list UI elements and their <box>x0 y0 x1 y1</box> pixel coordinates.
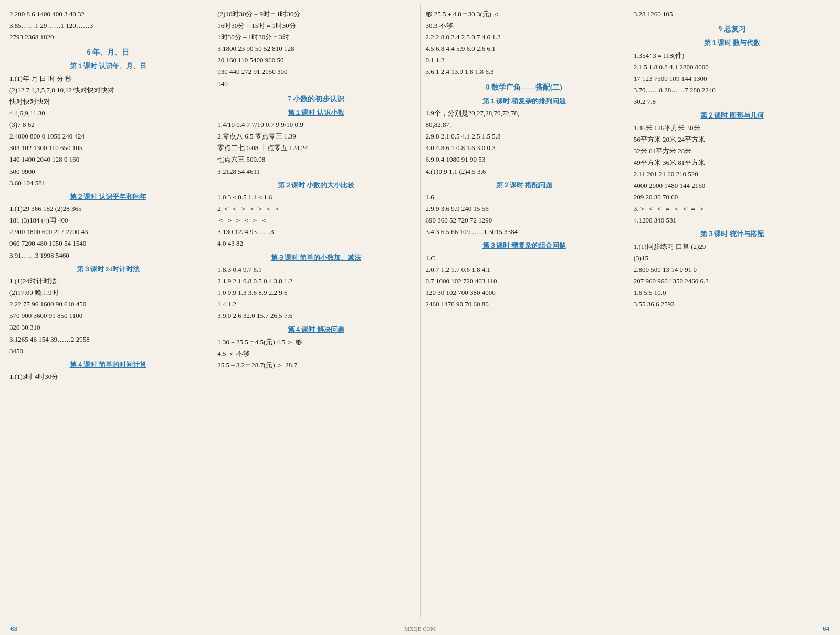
page-number-right: 64 <box>823 625 830 633</box>
content-line: ＜ ＞ ＞ ＜ ＞ ＜ <box>217 215 414 226</box>
content-line: 2.9.8 2.1 0.5 4.1 2.5 1.5 5.8 <box>426 131 623 142</box>
content-line: 2793 2368 1820 <box>9 31 206 43</box>
content-line: 3.1265 46 154 39……2 2958 <box>9 334 206 345</box>
column-4: 3.28 1260 1059 总复习第１课时 数与代数1.354÷3＝118(件… <box>628 5 836 617</box>
content-line: 3.28 1260 105 <box>634 8 831 20</box>
content-line: 3.130 1224 93……3 <box>217 226 414 238</box>
content-line: 1.(1)24时计时法 <box>9 276 206 287</box>
content-line: 500 9900 <box>9 166 206 177</box>
content-line: 1.0 9.9 1.3 3.6 8.9 2.2 9.6 <box>217 287 414 299</box>
content-line: 207 960 960 1350 2460 6.3 <box>634 276 831 287</box>
lesson-title: 第４课时 解决问题 <box>217 324 414 335</box>
content-line: 1.8.3 0.4 9.7 6.1 <box>217 264 414 276</box>
content-line: 4000 2000 1480 144 2160 <box>634 180 831 192</box>
content-line: 2.1.9 2.1 0.8 0.5 0.4 3.8 1.2 <box>217 276 414 287</box>
lesson-title: 第４课时 简单的时间计算 <box>9 359 206 370</box>
content-line: 20 160 110 5400 960 50 <box>217 55 414 66</box>
column-3: 够 25.5＋4.8＝30.3(元) ＜30.3 不够2.2.2 8.0 3.4… <box>421 5 628 617</box>
content-line: 七点六三 500.08 <box>217 154 414 165</box>
content-line: 25.5＋3.2＝28.7(元) ＞ 28.7 <box>217 359 414 371</box>
section-title: 6 年、月、日 <box>9 46 206 58</box>
content-line: 2.＜ ＜ ＞ ＞ ＞ ＜ ＜ <box>217 203 414 215</box>
lesson-title: 第３课时 24时计时法 <box>9 263 206 274</box>
content-line: 30.2 7.8 <box>634 96 831 108</box>
lesson-title: 第２课时 图形与几何 <box>634 110 831 121</box>
column-1: 2.200 8 6 1400 400 3 40 323.85……1 29……1 … <box>4 5 212 617</box>
content-line: 570 900 3600 91 850 1100 <box>9 310 206 322</box>
content-line: (3)15 <box>634 252 831 264</box>
content-line: 690 360 52 720 72 1290 <box>426 215 623 226</box>
content-line: 2.200 8 6 1400 400 3 40 32 <box>9 8 206 20</box>
content-line: 16时30分－15时＝1时30分 <box>217 20 414 31</box>
lesson-title: 第２课时 搭配问题 <box>426 179 623 190</box>
content-line: 3450 <box>9 345 206 357</box>
content-line: 4.5 ＜ 不够 <box>217 348 414 359</box>
content-line: 1.9个，分别是20,27,28,70,72,78, <box>426 108 623 119</box>
content-line: 够 25.5＋4.8＝30.3(元) ＜ <box>426 8 623 20</box>
content-line: 49平方米 36米 81平方米 <box>634 157 831 168</box>
content-line: 1.6 5.5 10.0 <box>634 287 831 299</box>
content-line: 3.70……8 28……7 288 2240 <box>634 84 831 96</box>
content-line: 2.零点八 6.5 零点零三 1.39 <box>217 131 414 142</box>
content-line: 4 4,6,9,11 30 <box>9 108 206 119</box>
content-line: 1.354÷3＝118(件) <box>634 50 831 61</box>
lesson-title: 第１课时 数与代数 <box>634 37 831 48</box>
content-line: 3.＞ ＜ ＜ ＝ ＜ ＜ ＝ ＞ <box>634 203 831 215</box>
lesson-title: 第２课时 认识平年和闰年 <box>9 191 206 202</box>
content-line: 3.55 36.6 2592 <box>634 299 831 310</box>
content-line: 1.30－25.5＝4.5(元) 4.5 ＞ 够 <box>217 336 414 348</box>
content-line: 1.(1)年 月 日 时 分 秒 <box>9 73 206 84</box>
content-line: 56平方米 20米 24平方米 <box>634 134 831 145</box>
content-line: 3.60 104 581 <box>9 177 206 189</box>
content-line: 4.1200 340 581 <box>634 215 831 226</box>
content-line: 209 20 30 70 60 <box>634 192 831 203</box>
lesson-title: 第１课时 认识年、月、日 <box>9 60 206 71</box>
page-container: 2.200 8 6 1400 400 3 40 323.85……1 29……1 … <box>0 0 840 622</box>
content-line: 303 102 1300 110 650 105 <box>9 142 206 154</box>
content-line: 3.6.1 2.4 13.9 1.8 1.8 6.3 <box>426 66 623 78</box>
content-line: 1.4 1.2 <box>217 299 414 310</box>
content-line: 181 (3)184 (4)闰 400 <box>9 215 206 226</box>
content-line: 2.9.9 3.6 9.9 240 15 56 <box>426 203 623 215</box>
content-line: 1.C <box>426 252 623 264</box>
content-line: 30.3 不够 <box>426 20 623 31</box>
content-line: 2.0.7 1.2 1.7 0.6 1.8 4.1 <box>426 264 623 276</box>
content-line: 3.1800 23 90 50 52 810 128 <box>217 43 414 55</box>
content-line: 4.0 4.8 6.1 0.8 1.6 3.0 0.3 <box>426 142 623 154</box>
content-line: 930 440 272 91 2050 300 <box>217 66 414 78</box>
lesson-title: 第１课时 认识小数 <box>217 107 414 118</box>
content-line: 4.(1)0.9 1.1 (2)4.5 3.6 <box>426 166 623 177</box>
content-line: 1.46米 126平方米 30米 <box>634 122 831 134</box>
content-line: (2)17:00 晚上9时 <box>9 287 206 299</box>
content-line: 1时30分＋1时30分＝3时 <box>217 31 414 43</box>
content-line: 0.7 1000 102 720 403 110 <box>426 276 623 287</box>
content-line: 3.91……3 1998 5460 <box>9 250 206 261</box>
content-line: 320 30 310 <box>9 322 206 333</box>
content-line: 2460 1470 90 70 60 80 <box>426 299 623 310</box>
content-line: 2.1.5 1.8 0.8 4.1 2800 8000 <box>634 61 831 73</box>
content-line: 2.2.2 8.0 3.4 2.5 0.7 4.6 1.2 <box>426 31 623 43</box>
content-line: 2.800 500 13 14 0 91 0 <box>634 264 831 276</box>
content-line: 2.900 1800 600 217 2700 43 <box>9 226 206 238</box>
content-line: 3.85……1 29……1 120……3 <box>9 20 206 31</box>
content-line: 120 30 102 700 380 4000 <box>426 287 623 299</box>
content-line: 4.0 43 82 <box>217 238 414 249</box>
content-line: 32米 64平方米 28米 <box>634 145 831 157</box>
content-line: (2)10时30分－9时＝1时30分 <box>217 8 414 20</box>
page-number-left: 63 <box>10 625 17 633</box>
content-line: 1.4/10 0.4 7 7/10 0.7 9 9/10 0.9 <box>217 119 414 131</box>
content-line: 140 1400 2040 128 0 160 <box>9 154 206 165</box>
section-title: 8 数学广角——搭配(二) <box>426 81 623 93</box>
content-line: 2.4800 800 0 1050 240 424 <box>9 131 206 142</box>
content-line: 3.9.0 2.6 32.0 15.7 26.5 7.6 <box>217 310 414 322</box>
content-line: 1.(1)同步练习 口算 (2)29 <box>634 241 831 252</box>
section-title: 9 总复习 <box>634 23 831 35</box>
lesson-title: 第１课时 稍复杂的排列问题 <box>426 96 623 107</box>
content-line: 快对快对快对 <box>9 96 206 108</box>
content-line: 0.1 1.2 <box>426 55 623 66</box>
content-line: 940 <box>217 78 414 90</box>
content-line: 3.4.3 6.5 66 109……1 3015 3384 <box>426 226 623 238</box>
content-line: 960 7200 480 1050 54 1540 <box>9 238 206 249</box>
content-line: 零点二七 0.08 十点零五 124.24 <box>217 142 414 154</box>
content-line: 1.0.3＜0.5 1.4＜1.6 <box>217 192 414 203</box>
